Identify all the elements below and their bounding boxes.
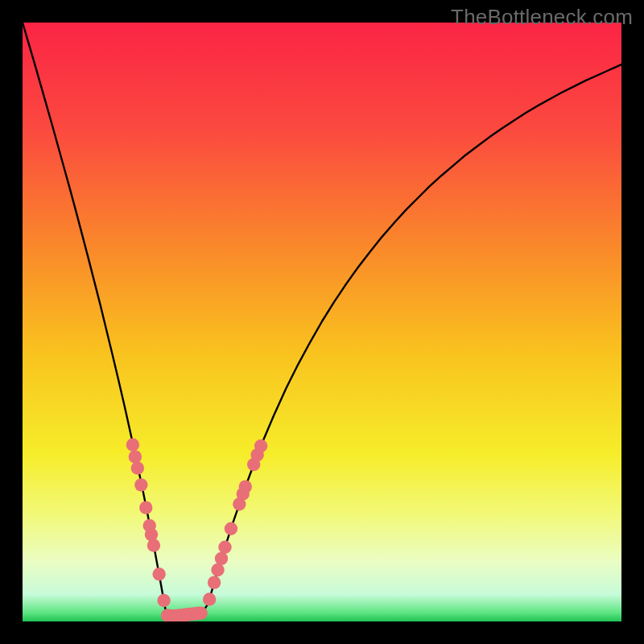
data-marker bbox=[208, 576, 221, 588]
data-marker bbox=[203, 592, 216, 605]
data-marker bbox=[218, 541, 231, 554]
data-marker bbox=[157, 594, 170, 607]
data-marker bbox=[152, 568, 165, 580]
watermark-text: TheBottleneck.com bbox=[451, 5, 633, 30]
data-marker bbox=[215, 552, 228, 565]
data-marker bbox=[126, 438, 139, 451]
data-marker bbox=[254, 440, 267, 452]
data-marker bbox=[139, 501, 152, 514]
data-marker bbox=[225, 522, 237, 535]
data-marker bbox=[211, 564, 224, 576]
data-marker bbox=[195, 606, 208, 619]
data-marker bbox=[131, 461, 144, 474]
data-marker bbox=[129, 450, 142, 463]
data-marker bbox=[239, 480, 252, 493]
data-marker bbox=[134, 478, 147, 491]
data-marker bbox=[147, 539, 160, 551]
chart-frame: TheBottleneck.com bbox=[0, 0, 644, 644]
plot-area bbox=[23, 23, 621, 621]
chart-svg bbox=[23, 23, 621, 621]
